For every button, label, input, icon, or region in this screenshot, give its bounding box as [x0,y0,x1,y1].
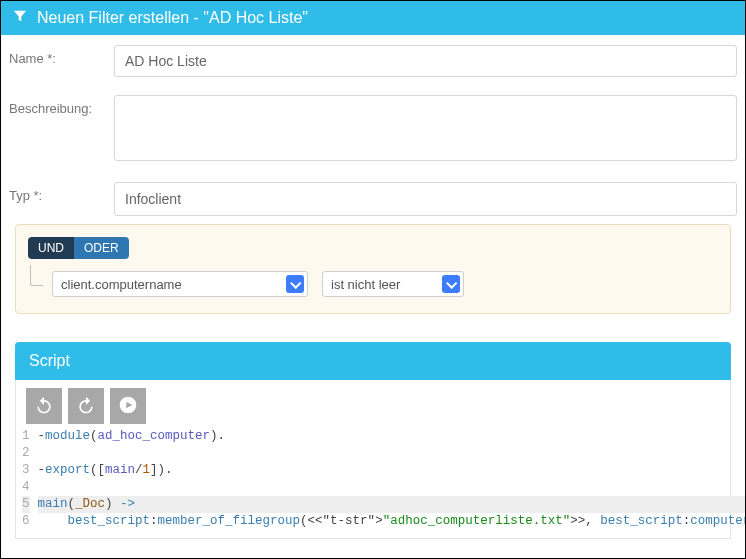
name-input[interactable] [114,45,737,77]
filter-icon [13,9,27,27]
logic-oder-button[interactable]: ODER [74,237,129,259]
name-control [114,45,737,77]
logic-und-button[interactable]: UND [28,237,74,259]
code-editor[interactable]: 1 2 3 4 56 -module(ad_hoc_computer). -ex… [16,428,730,538]
script-section: Script 1 2 3 4 56 -module(ad_hoc_compute [15,342,731,539]
row-description: Beschreibung: [9,95,737,164]
chevron-down-icon [286,275,304,293]
row-name: Name *: [9,45,737,77]
description-textarea[interactable] [114,95,737,161]
page-title: Neuen Filter erstellen - "AD Hoc Liste" [37,9,308,27]
condition-row: client.computername ist nicht leer [34,265,718,297]
type-control [114,182,737,216]
filter-builder-panel: UND ODER client.computername ist nicht l… [15,224,731,314]
script-toolbar [16,380,730,428]
undo-button[interactable] [26,388,62,424]
logic-toggle: UND ODER [28,237,129,259]
condition-field-value: client.computername [61,277,182,292]
code-area[interactable]: -module(ad_hoc_computer). -export([main/… [38,428,746,530]
form-area: Name *: Beschreibung: Typ *: [1,35,745,216]
page-header: Neuen Filter erstellen - "AD Hoc Liste" [1,1,745,35]
line-gutter: 1 2 3 4 56 [16,428,38,530]
run-button[interactable] [110,388,146,424]
condition-operator-value: ist nicht leer [331,277,400,292]
redo-button[interactable] [68,388,104,424]
condition-operator-select[interactable]: ist nicht leer [322,271,464,297]
type-label: Typ *: [9,182,114,203]
name-label: Name *: [9,45,114,66]
description-control [114,95,737,164]
row-type: Typ *: [9,182,737,216]
script-panel-title: Script [15,342,731,380]
undo-icon [34,395,54,418]
type-select[interactable] [114,182,737,216]
play-icon [118,395,138,418]
condition-tree: client.computername ist nicht leer [28,265,718,297]
description-label: Beschreibung: [9,95,114,116]
script-body: 1 2 3 4 56 -module(ad_hoc_computer). -ex… [15,380,731,539]
chevron-down-icon [442,275,460,293]
condition-field-select[interactable]: client.computername [52,271,308,297]
redo-icon [76,395,96,418]
